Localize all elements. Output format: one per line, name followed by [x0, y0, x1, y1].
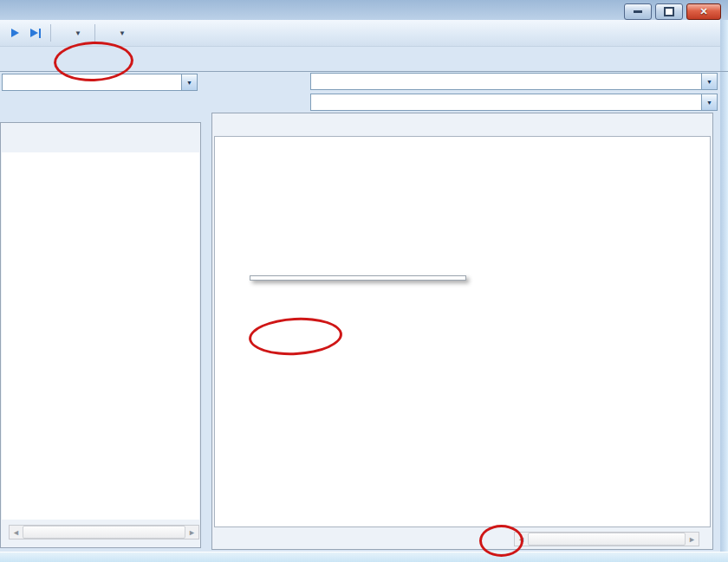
window-right-border: [720, 20, 728, 552]
firm-date-field[interactable]: ▼: [310, 73, 718, 90]
annotation-ellipse-action-tool: [479, 525, 523, 557]
close-icon: ✕: [699, 6, 707, 17]
toolbar-separator: [94, 24, 95, 42]
attach-button[interactable]: ▼: [104, 27, 130, 40]
scrollbar-thumb[interactable]: [23, 526, 185, 539]
chevron-down-icon: ▼: [75, 29, 81, 37]
chevron-down-icon: ▼: [119, 29, 126, 37]
maximize-icon: [664, 7, 674, 16]
attachments-hscrollbar[interactable]: ◄ ►: [514, 532, 699, 546]
context-menu: [250, 275, 466, 281]
next-record-icon: [11, 29, 19, 37]
checklist-hscrollbar[interactable]: ◄ ►: [9, 525, 199, 539]
scrollbar-thumb[interactable]: [528, 533, 686, 546]
minimize-button[interactable]: [624, 3, 652, 20]
last-record-button[interactable]: [29, 26, 42, 40]
actions-button[interactable]: ▼: [60, 27, 86, 40]
toolbar-separator: [50, 24, 51, 42]
title-bar[interactable]: ✕: [0, 0, 728, 20]
conveyed-date-field[interactable]: ▼: [310, 94, 718, 111]
maximize-button[interactable]: [655, 3, 683, 20]
last-record-icon: [30, 29, 38, 37]
scroll-left-arrow[interactable]: ◄: [12, 528, 20, 537]
checklist-bottom-bar: ◄ ►: [3, 525, 199, 539]
close-button[interactable]: ✕: [686, 3, 721, 20]
combo-dropdown-button[interactable]: ▼: [181, 74, 197, 90]
checklist-panel: ◄ ►: [0, 122, 201, 548]
firm-date-dropdown-button[interactable]: ▼: [701, 74, 717, 89]
scroll-right-arrow[interactable]: ►: [188, 528, 196, 537]
next-record-button[interactable]: [9, 26, 21, 40]
conveyed-date-dropdown-button[interactable]: ▼: [701, 94, 717, 110]
window-bottom-border: [0, 552, 728, 562]
checklist-body[interactable]: [2, 152, 199, 520]
minimize-icon: [634, 10, 642, 13]
scroll-right-arrow[interactable]: ►: [688, 535, 696, 544]
application-window: ✕ ▼ ▼ ▼ ▼ ▼: [0, 0, 728, 562]
